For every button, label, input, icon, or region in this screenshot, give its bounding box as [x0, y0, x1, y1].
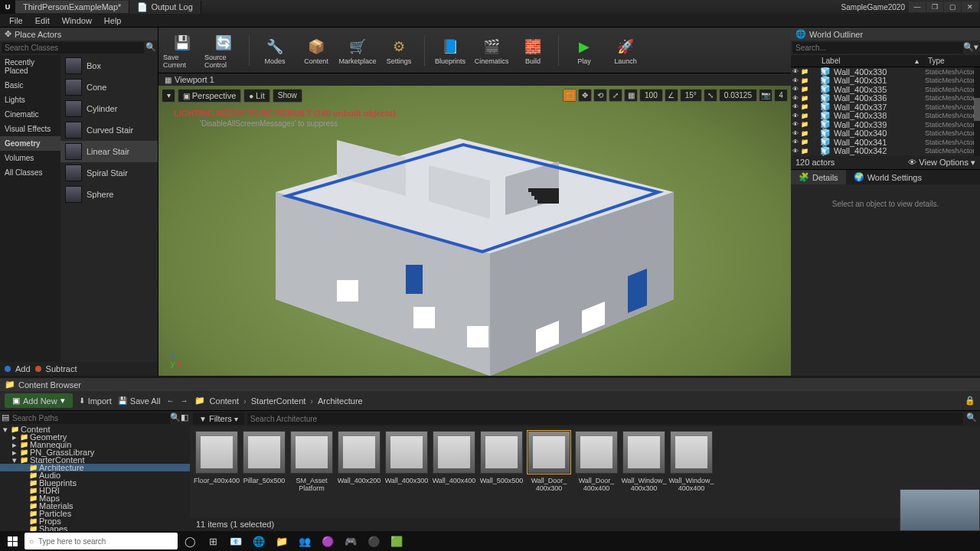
perspective-button[interactable]: ▣ Perspective — [178, 89, 241, 103]
add-new-button[interactable]: ▣ Add New ▾ — [5, 393, 73, 408]
outlook-icon[interactable]: 📧 — [225, 531, 247, 551]
crumb-starter[interactable]: StarterContent — [251, 396, 306, 406]
toolbar-blueprints-button[interactable]: 📘Blueprints — [431, 30, 469, 71]
menu-edit[interactable]: Edit — [29, 15, 56, 27]
toolbar-source-control-button[interactable]: 🔄Source Control — [204, 30, 243, 71]
place-cat-volumes[interactable]: Volumes — [0, 151, 60, 165]
tab-details[interactable]: 🧩Details — [791, 170, 846, 184]
start-button[interactable] — [2, 531, 23, 551]
lock-icon[interactable]: 🔒 — [965, 396, 975, 406]
camera-speed-icon[interactable]: 📷 — [759, 89, 773, 102]
angle-snap-icon[interactable]: ∠ — [665, 89, 678, 102]
collapse-icon[interactable]: ◧ — [181, 412, 188, 424]
toolbar-launch-button[interactable]: 🚀Launch — [606, 30, 645, 71]
filters-button[interactable]: ▼ Filters ▾ — [193, 412, 244, 425]
task-view-icon[interactable]: ⊞ — [202, 531, 224, 551]
restore-button[interactable]: ❐ — [926, 2, 943, 12]
subtract-mode-icon[interactable] — [35, 366, 41, 372]
outliner-search-input[interactable] — [792, 42, 963, 54]
tree-content[interactable]: ▾📁 Content — [0, 425, 190, 433]
visibility-icon[interactable]: 👁 — [791, 77, 800, 84]
place-cat-visual-effects[interactable]: Visual Effects — [0, 122, 60, 136]
scale-snap-icon[interactable]: ⤡ — [704, 89, 717, 102]
toolbar-play-button[interactable]: ▶Play — [565, 30, 603, 71]
obs-icon[interactable]: ⚫ — [363, 531, 384, 551]
visibility-icon[interactable]: 👁 — [791, 139, 800, 145]
cortana-icon[interactable]: ◯ — [179, 531, 201, 551]
tree-pn_grasslibrary[interactable]: ▸📁 PN_GrassLibrary — [0, 448, 190, 456]
asset-wall-window--400x400[interactable]: Wall_Window_ 400x400 — [669, 431, 714, 514]
toolbar-content-button[interactable]: 📦Content — [297, 30, 335, 71]
visibility-icon[interactable]: 👁 — [791, 103, 800, 110]
asset-wall-door--400x400[interactable]: Wall_Door_ 400x400 — [574, 431, 619, 514]
maximize-button[interactable]: ▢ — [944, 2, 961, 12]
place-item-box[interactable]: Box — [60, 55, 158, 77]
camera-speed-value[interactable]: 4 — [774, 89, 788, 102]
asset-wall-door--400x300[interactable]: Wall_Door_ 400x300 — [527, 431, 571, 514]
nav-back-button[interactable]: ← — [167, 396, 175, 405]
app-icon[interactable]: 🟣 — [317, 531, 338, 551]
tab-map[interactable]: ThirdPersonExampleMap* — [15, 1, 129, 13]
visibility-icon[interactable]: 👁 — [791, 121, 800, 128]
scale-icon[interactable]: ⤢ — [609, 89, 622, 102]
snap-grid-icon[interactable]: ▦ — [624, 89, 638, 102]
tree-shapes[interactable]: 📁 Shapes — [0, 525, 190, 531]
paths-search-input[interactable] — [9, 412, 170, 424]
angle-snap-value[interactable]: 15° — [680, 89, 702, 102]
unreal-icon[interactable]: 🎮 — [340, 531, 361, 551]
scale-snap-value[interactable]: 0.03125 — [719, 89, 757, 102]
explorer-icon[interactable]: 📁 — [271, 531, 292, 551]
place-item-linear-stair[interactable]: Linear Stair — [60, 141, 158, 162]
place-item-cone[interactable]: Cone — [60, 77, 158, 98]
translate-icon[interactable]: ✥ — [578, 89, 592, 102]
place-cat-basic[interactable]: Basic — [0, 78, 60, 93]
visibility-icon[interactable]: 👁 — [791, 148, 800, 155]
import-button[interactable]: ⬇ Import — [79, 396, 112, 406]
tab-output-log[interactable]: 📄Output Log — [129, 1, 201, 14]
chrome-icon[interactable]: 🌐 — [248, 531, 270, 551]
asset-wall-400x300[interactable]: Wall_400x300 — [384, 431, 429, 514]
tree-props[interactable]: 📁 Props — [0, 517, 190, 525]
assets-search-input[interactable] — [247, 412, 963, 425]
asset-wall-400x200[interactable]: Wall_400x200 — [337, 431, 381, 514]
tree-audio[interactable]: 📁 Audio — [0, 471, 190, 479]
filter-icon[interactable]: ▾ — [974, 42, 978, 54]
subtract-label[interactable]: Subtract — [46, 364, 77, 373]
place-cat-all-classes[interactable]: All Classes — [0, 165, 60, 180]
asset-wall-500x500[interactable]: Wall_500x500 — [479, 431, 524, 514]
toolbar-build-button[interactable]: 🧱Build — [514, 30, 552, 71]
save-all-button[interactable]: 💾 Save All — [118, 396, 161, 406]
viewport-tab[interactable]: ▦ Viewport 1 — [158, 73, 791, 86]
select-mode-icon[interactable]: ⬚ — [563, 89, 577, 102]
lit-button[interactable]: ● Lit — [243, 89, 270, 103]
search-icon[interactable]: 🔍 — [170, 412, 181, 424]
viewport[interactable]: ▾ ▣ Perspective ● Lit Show ⬚ ✥ ⟲ ⤢ ▦ 100… — [158, 86, 791, 376]
visibility-icon[interactable]: 👁 — [791, 86, 800, 93]
minimize-button[interactable]: — — [909, 2, 926, 12]
tree-materials[interactable]: 📁 Materials — [0, 502, 190, 510]
place-item-cylinder[interactable]: Cylinder — [60, 98, 158, 119]
place-item-sphere[interactable]: Sphere — [60, 184, 158, 205]
crumb-content[interactable]: Content — [210, 396, 240, 406]
menu-window[interactable]: Window — [56, 15, 98, 27]
view-options-button[interactable]: 👁 View Options ▾ — [908, 158, 975, 168]
place-item-spiral-stair[interactable]: Spiral Stair — [60, 162, 158, 184]
nav-fwd-button[interactable]: → — [181, 396, 188, 405]
outliner-row[interactable]: 👁📁🧊Wall_400x342StaticMeshActor — [791, 147, 980, 156]
toggle-sources-icon[interactable]: ▤ — [2, 412, 9, 424]
toolbar-marketplace-button[interactable]: 🛒Marketplace — [338, 30, 377, 71]
toolbar-cinematics-button[interactable]: 🎬Cinematics — [472, 30, 511, 71]
visibility-icon[interactable]: 👁 — [791, 112, 800, 119]
menu-file[interactable]: File — [3, 15, 29, 27]
visibility-icon[interactable]: 👁 — [791, 68, 800, 75]
place-item-curved-stair[interactable]: Curved Stair — [60, 119, 158, 141]
outliner-columns[interactable]: Label ▴ Type — [791, 55, 980, 67]
taskbar-search[interactable]: ○Type here to search — [24, 533, 178, 549]
place-cat-lights[interactable]: Lights — [0, 93, 60, 107]
place-search-input[interactable] — [2, 42, 144, 54]
asset-wall-400x400[interactable]: Wall_400x400 — [432, 431, 476, 514]
nvidia-icon[interactable]: 🟩 — [386, 531, 407, 551]
tree-maps[interactable]: 📁 Maps — [0, 494, 190, 502]
visibility-icon[interactable]: 👁 — [791, 130, 800, 137]
asset-pillar-50x500[interactable]: Pillar_50x500 — [242, 431, 286, 514]
